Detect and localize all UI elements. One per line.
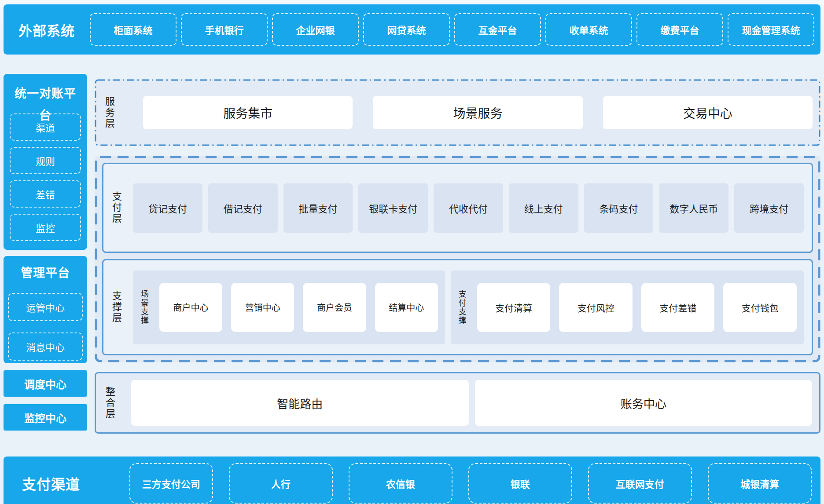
reconciliation-node: 规则 [10,147,81,174]
scene-support-label: 场景支撑 [138,290,150,325]
external-system-node: 互金平台 [454,13,541,46]
external-system-node: 现金管理系统 [728,13,814,46]
support-layer-panel: 支撑层 场景支撑 商户中心 营销中心 商户会员 结算中心 支付支撑 支付清算 支… [102,259,813,355]
payment-support-node: 支付风控 [559,283,633,332]
scene-support-node: 营销中心 [231,283,294,332]
integration-node: 账务中心 [475,380,813,426]
payment-node: 借记支付 [208,183,278,233]
monitor-center-block: 监控中心 [4,404,87,431]
payment-channel-node: 人行 [229,463,333,504]
support-layer-label: 支撑层 [109,291,127,324]
external-system-node: 柜面系统 [90,13,177,46]
payment-channel-node: 城银清算 [708,463,812,504]
layered-architecture: 服务层 服务集市 场景服务 交易中心 支付层 贷记支付 借记支付 批量支付 银联… [95,55,820,445]
scene-support-node: 结算中心 [375,283,438,332]
integration-layer-label: 整合层 [102,387,122,420]
core-layers-container: 支付层 贷记支付 借记支付 批量支付 银联卡支付 代收代付 线上支付 条码支付 … [95,156,820,362]
external-system-node: 企业网银 [272,13,359,46]
payment-node: 跨境支付 [734,183,804,233]
service-node: 服务集市 [143,96,353,129]
payment-channel-node: 农信银 [349,463,452,504]
payment-node: 贷记支付 [133,183,202,233]
reconciliation-node: 渠道 [10,113,81,141]
payment-support-node: 支付差错 [641,283,715,332]
payment-node: 数字人民币 [659,183,728,233]
payment-support-node: 支付钱包 [723,283,797,332]
service-node: 场景服务 [373,96,582,129]
management-platform-panel: 管理平台 运管中心 消息中心 [4,256,87,363]
management-node: 消息中心 [8,332,83,361]
payment-node: 批量支付 [283,183,353,233]
reconciliation-node: 监控 [10,214,81,241]
payment-node: 条码支付 [584,183,654,233]
integration-layer-panel: 整合层 智能路由 账务中心 [95,372,820,434]
payment-node: 银联卡支付 [358,183,428,233]
reconciliation-platform-title: 统一对账平台 [10,83,81,107]
external-systems-bar: 外部系统 柜面系统 手机银行 企业网银 网贷系统 互金平台 收单系统 缴费平台 … [4,4,820,55]
payment-layer-panel: 支付层 贷记支付 借记支付 批量支付 银联卡支付 代收代付 线上支付 条码支付 … [102,163,813,253]
left-platform-column: 统一对账平台 渠道 规则 差错 监控 管理平台 运管中心 消息中心 调度中心 监… [4,55,87,445]
payment-channel-node: 互联网支付 [588,463,692,504]
payment-node: 代收代付 [434,183,503,233]
management-node: 运管中心 [8,293,83,321]
management-platform-title: 管理平台 [8,262,83,287]
external-systems-title: 外部系统 [18,20,85,40]
payment-node: 线上支付 [509,183,578,233]
payment-support-label: 支付支撑 [456,290,467,325]
external-system-node: 缴费平台 [636,13,723,46]
payment-channel-node: 银联 [468,463,572,504]
payment-channels-title: 支付渠道 [22,473,114,493]
payment-support-group: 支付支撑 支付清算 支付风控 支付差错 支付钱包 [451,270,804,344]
diagram-body: 统一对账平台 渠道 规则 差错 监控 管理平台 运管中心 消息中心 调度中心 监… [4,55,820,445]
payment-support-node: 支付清算 [477,283,551,332]
reconciliation-platform-panel: 统一对账平台 渠道 规则 差错 监控 [4,74,87,250]
external-system-node: 收单系统 [545,13,632,46]
external-system-node: 手机银行 [181,13,268,46]
integration-node: 智能路由 [131,380,469,426]
service-layer-label: 服务层 [102,96,122,129]
reconciliation-node: 差错 [10,180,81,208]
external-system-node: 网贷系统 [363,13,450,46]
payment-channels-bar: 支付渠道 三方支付公司 人行 农信银 银联 互联网支付 城银清算 [4,457,820,504]
service-layer-container: 服务层 服务集市 场景服务 交易中心 [95,79,820,146]
scene-support-node: 商户中心 [159,283,222,332]
payment-layer-label: 支付层 [109,191,127,224]
service-node: 交易中心 [603,96,813,129]
scene-support-node: 商户会员 [303,283,366,332]
scene-support-group: 场景支撑 商户中心 营销中心 商户会员 结算中心 [133,270,445,344]
payment-channel-node: 三方支付公司 [129,463,213,504]
dispatch-center-block: 调度中心 [4,370,87,397]
